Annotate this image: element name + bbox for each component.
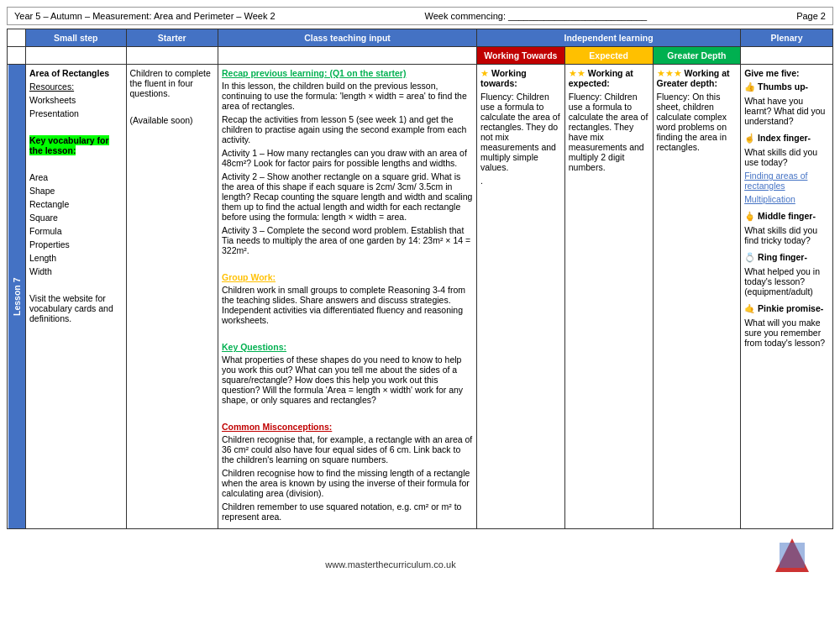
activity2: Activity 2 – Show another rectangle on a… [222, 171, 473, 222]
ring-icon: 💍 [744, 252, 755, 262]
resource-presentation: Presentation [29, 108, 123, 118]
activity1: Activity 1 – How many rectangles can you… [222, 148, 473, 168]
col-header-working-towards: Working Towards [477, 47, 565, 65]
pinkie-icon: 🤙 [744, 303, 755, 313]
vocab-formula: Formula [29, 226, 123, 236]
pinkie-question: What will you make sure you remember fro… [744, 318, 829, 348]
misconceptions-heading: Common Misconceptions: [222, 422, 473, 432]
vocab-shape: Shape [29, 186, 123, 196]
col-header-independent: Independent learning [477, 29, 741, 47]
multiplication-link[interactable]: Multiplication [744, 194, 795, 204]
misconception2: Children recognise how to find the missi… [222, 468, 473, 498]
lesson-label: Lesson 7 [8, 65, 26, 529]
thumbs-icon: 👍 [744, 81, 755, 92]
footer: www.masterthecurriculum.co.uk [318, 553, 462, 576]
index-label: Index finger- [758, 133, 811, 143]
visit-text: Visit the website for vocabulary cards a… [29, 293, 123, 323]
ring-label: Ring finger- [758, 252, 807, 262]
plenary-title: Give me five: [744, 68, 799, 78]
plenary-cell: Give me five: 👍 Thumbs up- What have you… [741, 65, 833, 529]
star-3c: ★ [674, 68, 682, 78]
vocab-width: Width [29, 266, 123, 276]
exp-text: Fluency: Children use a formula to calcu… [569, 92, 649, 172]
index-question: What skills did you use today? [744, 147, 829, 167]
index-icon: ☝️ [744, 133, 755, 143]
expected-cell: ★★ Working at expected: Fluency: Childre… [564, 65, 653, 529]
page-wrapper: Year 5 – Autumn – Measurement: Area and … [0, 0, 840, 583]
misconception1: Children recognise that, for example, a … [222, 434, 473, 465]
plenary-pinkie: 🤙 Pinkie promise- What will you make sur… [744, 303, 829, 348]
resources-label: Resources: [29, 81, 74, 92]
misconception3: Children remember to use squared notatio… [222, 501, 473, 522]
pinkie-label: Pinkie promise- [758, 303, 823, 313]
week-commencing: Week commencing: _______________________… [425, 11, 648, 21]
area-rectangles-title: Area of Rectangles [29, 68, 109, 78]
star-2b: ★ [577, 68, 585, 78]
activity3: Activity 3 – Complete the second word pr… [222, 225, 473, 255]
group-work-heading: Group Work: [222, 272, 473, 282]
wt-text: Fluency: Children use a formula to calcu… [480, 92, 561, 172]
vocab-properties: Properties [29, 239, 123, 249]
star-3b: ★ [665, 68, 674, 78]
plenary-thumbs: 👍 Thumbs up- What have you learnt? What … [744, 81, 829, 126]
logo-area [771, 534, 830, 576]
starter-available: (Available soon) [130, 115, 215, 125]
key-questions-text: What properties of these shapes do you n… [222, 354, 473, 405]
star-1: ★ [480, 68, 489, 78]
group-work-text: Children work in small groups to complet… [222, 285, 473, 325]
star-3a: ★ [657, 68, 665, 78]
recap-text: Recap the activities from lesson 5 (see … [222, 114, 473, 144]
thumbs-label: Thumbs up- [758, 81, 808, 92]
col-header-plenary: Plenary [741, 29, 833, 47]
plenary-middle: 🖕 Middle finger- What skills did you fin… [744, 211, 829, 245]
starter-cell: Children to complete the fluent in four … [126, 65, 218, 529]
intro-heading: Recap previous learning: (Q1 on the star… [222, 68, 473, 78]
middle-icon: 🖕 [744, 211, 755, 221]
star-2a: ★ [569, 68, 577, 78]
vocab-rectangle: Rectangle [29, 199, 123, 209]
key-vocab-label: Key vocabulary for the lesson: [29, 135, 109, 155]
col-header-expected: Expected [564, 47, 653, 65]
svg-marker-1 [780, 543, 805, 568]
header-bar: Year 5 – Autumn – Measurement: Area and … [7, 7, 833, 25]
vocab-length: Length [29, 253, 123, 263]
small-step-cell: Area of Rectangles Resources: Worksheets… [25, 65, 126, 529]
finding-areas-link[interactable]: Finding areas of rectangles [744, 171, 807, 191]
thumbs-question: What have you learnt? What did you under… [744, 96, 829, 126]
intro-text: In this lesson, the children build on th… [222, 81, 473, 111]
gd-text: Fluency: On this sheet, children calcula… [657, 92, 738, 152]
plenary-index: ☝️ Index finger- What skills did you use… [744, 133, 829, 204]
plenary-ring: 💍 Ring finger- What helped you in today'… [744, 252, 829, 297]
key-questions-heading: Key Questions: [222, 342, 473, 352]
working-towards-cell: ★ Working towards: Fluency: Children use… [477, 65, 565, 529]
middle-label: Middle finger- [758, 211, 816, 221]
resource-worksheets: Worksheets [29, 95, 123, 105]
starter-text: Children to complete the fluent in four … [130, 68, 215, 98]
header-title: Year 5 – Autumn – Measurement: Area and … [14, 11, 276, 21]
col-header-greater-depth: Greater Depth [653, 47, 741, 65]
vocab-square: Square [29, 213, 123, 223]
brand-logo [771, 534, 813, 576]
greater-depth-cell: ★★★ Working at Greater depth: Fluency: O… [653, 65, 741, 529]
vocab-area: Area [29, 172, 123, 182]
main-table: Small step Starter Class teaching input … [7, 29, 833, 529]
class-teaching-cell: Recap previous learning: (Q1 on the star… [218, 65, 477, 529]
footer-website: www.masterthecurriculum.co.uk [325, 559, 455, 570]
col-header-starter: Starter [126, 29, 218, 47]
page-number: Page 2 [796, 11, 826, 21]
col-header-class-teaching: Class teaching input [218, 29, 477, 47]
middle-question: What skills did you find tricky today? [744, 225, 829, 245]
col-header-small-step: Small step [25, 29, 126, 47]
ring-question: What helped you in today's lesson? (equi… [744, 266, 829, 297]
